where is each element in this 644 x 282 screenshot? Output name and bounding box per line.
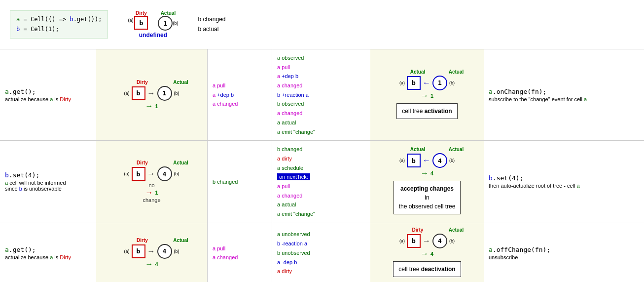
row3-right-code: a.offChange(fn);	[489, 246, 627, 253]
row2-md-4: 4	[432, 153, 447, 168]
row3-md-arrow: →	[423, 237, 430, 245]
row1-ml5: b +reaction a	[277, 92, 309, 98]
row2-left-diagram: Dirty Actual (a) b → 4 (b) no	[96, 141, 207, 223]
row1-left-code: a.get(); actualize because a is Dirty	[0, 49, 96, 140]
row1-middle-diagram: Actual Actual (a) b ← 1 (b) → 1	[370, 49, 484, 140]
row3-ml1: a unobserved	[277, 230, 365, 239]
row1-arrow: →	[147, 89, 155, 98]
header-changed: b changed b actual	[198, 15, 225, 34]
row1-md-val: 1	[430, 93, 433, 99]
row3-left-code: a.get(); actualize because a is Dirty	[0, 223, 96, 282]
row1-md-value: → 1	[421, 91, 433, 100]
row2-arrow: →	[147, 169, 155, 178]
header-actual-label: Actual	[161, 10, 176, 16]
header-a-label: (a)	[128, 18, 133, 23]
row3-ld-nodes: (a) b → 4 (b)	[124, 244, 179, 259]
row1-md-actual2: Actual	[444, 69, 468, 75]
header-diagram: (a) Dirty b Actual	[128, 10, 178, 39]
row1-ml2: a pull	[277, 63, 365, 72]
row2-ld-labels: Dirty Actual	[110, 160, 193, 165]
row3-code: a.get();	[5, 246, 91, 253]
row2-md-actual1: Actual	[405, 147, 430, 152]
header-changed-line1: b changed	[198, 15, 225, 24]
row1-b-node: b	[132, 86, 145, 100]
row3-value: 4	[155, 261, 158, 267]
row3-md-nodes: (a) b → 4 (b)	[399, 234, 455, 248]
row3-desc: actualize because a is Dirty	[5, 254, 91, 260]
row2-bsup: (b)	[174, 171, 179, 176]
row2-ml2: a dirty	[277, 154, 365, 163]
header-undefined: undefined	[139, 32, 167, 39]
row3-left-diagram: Dirty Actual (a) b → 4 (b) → 4	[96, 223, 207, 282]
row1-1-node: 1	[157, 86, 172, 101]
row1-callout: cell tree activation	[396, 103, 457, 119]
row2-md-nodes: (a) b ← 4 (b)	[399, 153, 455, 168]
header-dirty-label: Dirty	[136, 10, 147, 16]
row1-left-diagram: Dirty Actual (a) b → 1 (b) → 1	[96, 49, 207, 140]
row2-callout: accepting changes in the observed cell t…	[394, 181, 461, 214]
row1-ld-nodes: (a) b → 1 (b)	[124, 86, 179, 101]
row1-log3: a changed	[213, 99, 267, 109]
header-node-b: (a) Dirty b	[128, 10, 148, 30]
grid-row-2: b.set(4); a cell will not be informed si…	[0, 141, 644, 223]
row1-md-asup: (a)	[399, 81, 405, 85]
row1-ml8: a actual	[277, 118, 365, 127]
grid: a.get(); actualize because a is Dirty Di…	[0, 49, 644, 282]
row2-nexttick: on nextTick:	[277, 173, 310, 180]
row1-ld-wrapper: Dirty Actual (a) b → 1 (b) → 1	[110, 80, 193, 111]
row2-change: change	[143, 197, 160, 203]
row3-ml5: a dirty	[277, 267, 365, 276]
grid-row-1: a.get(); actualize because a is Dirty Di…	[0, 49, 644, 141]
row2-ml8: a emit "change"	[277, 209, 365, 219]
row1-md-actual1: Actual	[405, 69, 430, 75]
row3-middle-diagram: Dirty Actual (a) b → 4 (b) → 4	[370, 223, 484, 282]
row3-log1: a pull	[213, 244, 267, 253]
row2-b-node: b	[132, 167, 145, 181]
header-b-val: b	[140, 19, 143, 27]
row2-red-arrow: →	[145, 188, 153, 197]
row3-md-value: → 4	[421, 249, 433, 258]
grid-row-3: a.get(); actualize because a is Dirty Di…	[0, 223, 644, 282]
row1-right: a.onChange(fn); subscribe to the "change…	[484, 49, 632, 140]
row2-val: 1	[155, 190, 158, 196]
row1-ld-labels: Dirty Actual	[110, 80, 193, 85]
row1-ml9: a emit "change"	[277, 127, 365, 137]
row1-ml6: b observed	[277, 99, 365, 109]
row1-middle-log: a observed a pull a +dep b a changed b +…	[272, 49, 370, 140]
header-1-circle: 1	[158, 16, 173, 31]
row1-log2: a +dep b	[213, 90, 267, 100]
row2-ml4: on nextTick:	[277, 172, 365, 182]
row2-middle-diagram: Actual Actual (a) b ← 4 (b) → 4	[370, 141, 484, 223]
row1-b-sup: (b)	[174, 91, 179, 96]
row3-b-node: b	[132, 244, 145, 258]
row3-asup: (a)	[124, 249, 130, 254]
row2-middle-log: b changed a dirty a schedule on nextTick…	[272, 141, 370, 223]
row1-actual-lbl: Actual	[169, 80, 193, 85]
row3-md-b: b	[407, 234, 421, 248]
row2-actual-lbl: Actual	[169, 160, 193, 165]
row2-right-code: b.set(4);	[489, 174, 627, 182]
row2-callout-bold: accepting changes	[400, 185, 454, 192]
row2-callout-in: in	[425, 194, 429, 201]
row1-value: 1	[155, 103, 158, 109]
row2-left-log: b changed	[208, 141, 272, 223]
row1-ml7: a changed	[277, 109, 365, 118]
row1-desc: actualize because a is Dirty	[5, 96, 91, 102]
row2-no: no	[148, 182, 154, 188]
row3-callout-bold: deactivation	[421, 266, 456, 273]
row3-md-asup: (a)	[399, 239, 405, 243]
main-container: a = Cell(() => b.get()); b = Cell(1); (a…	[0, 0, 644, 282]
row3-md-labels: Dirty Actual	[386, 227, 468, 233]
row3-md-bsup: (b)	[449, 239, 455, 243]
row2-md-actual2: Actual	[444, 147, 468, 152]
row2-ld-value: no	[148, 182, 154, 188]
row1-right-code: a.onChange(fn);	[489, 88, 627, 95]
row1-md-bsup: (b)	[449, 81, 455, 85]
row1-md-arrow: ←	[423, 79, 430, 87]
header-code: a = Cell(() => b.get()); b = Cell(1);	[10, 10, 108, 38]
row3-md-dirty: Dirty	[405, 227, 430, 233]
row2-ld-wrapper: Dirty Actual (a) b → 4 (b) no	[110, 160, 193, 203]
header-one-val: 1	[164, 20, 168, 27]
row3-ld-wrapper: Dirty Actual (a) b → 4 (b) → 4	[110, 238, 193, 269]
row3-ml2: b -reaction a	[277, 239, 365, 248]
